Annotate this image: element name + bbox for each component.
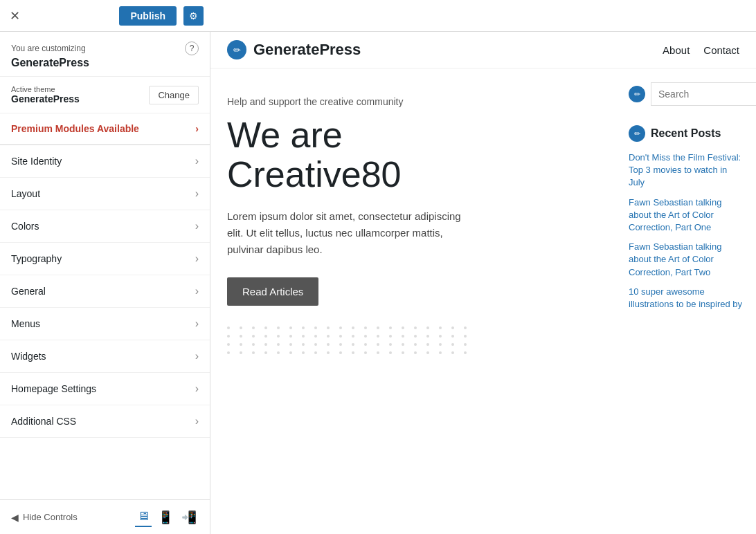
decorative-dot [352,326,354,329]
recent-posts-title: Recent Posts [651,127,721,140]
nav-item-label: General [11,286,46,297]
decorative-dot [451,351,454,354]
sidebar-nav-item[interactable]: Widgets› [0,340,210,373]
close-button[interactable]: ✕ [7,6,23,26]
decorative-dot [414,343,417,346]
nav-item-label: Layout [11,188,40,199]
decorative-dot [327,351,330,354]
decorative-dot [464,326,467,329]
decorative-dot [402,335,404,338]
decorative-dot [289,343,292,346]
decorative-dot [426,335,429,338]
widget-area: ✏ 🔍 ✏ Recent Posts Don't Miss the Film F… [618,68,756,382]
decorative-dot [377,326,379,329]
decorative-dot [339,335,342,338]
recent-post-link[interactable]: Fawn Sebastian talking about the Art of … [629,196,745,234]
decorative-dot [339,343,342,346]
decorative-dot [314,343,317,346]
sidebar-nav-item[interactable]: Menus› [0,308,210,340]
recent-posts-list: Don't Miss the Film Festival: Top 3 movi… [629,151,745,311]
sidebar-nav-item[interactable]: Additional CSS› [0,405,210,438]
site-header: ✏ GeneratePress About Contact [210,32,756,68]
recent-posts-edit-icon[interactable]: ✏ [629,125,645,142]
sidebar-nav-item[interactable]: Layout› [0,178,210,210]
decorative-dot [302,351,305,354]
chevron-right-icon: › [195,252,199,265]
recent-post-link[interactable]: Don't Miss the Film Festival: Top 3 movi… [629,151,745,190]
decorative-dot [277,351,280,354]
sidebar-header: You are customizing ? GeneratePress [0,32,210,77]
chevron-right-icon: › [195,350,199,362]
decorative-dot [414,335,417,338]
decorative-dot [227,343,230,346]
premium-modules-item[interactable]: Premium Modules Available › [0,113,210,145]
read-articles-button[interactable]: Read Articles [227,277,318,306]
nav-item-label: Colors [11,221,39,232]
sidebar-nav-item[interactable]: Typography› [0,243,210,275]
chevron-right-icon: › [195,155,199,167]
decorative-dot [402,351,404,354]
hero-body: Lorem ipsum dolor sit amet, consectetur … [227,208,462,258]
decorative-dot [227,335,230,338]
desktop-view-button[interactable]: 🖥 [135,507,152,527]
decorative-dot [289,351,292,354]
decorative-dot [264,326,267,329]
decorative-dot [389,343,392,346]
decorative-dot [464,351,467,354]
recent-post-link[interactable]: Fawn Sebastian talking about the Art of … [629,241,745,279]
decorative-dot [252,343,255,346]
sidebar-nav-item[interactable]: Site Identity› [0,145,210,178]
decorative-dot [264,351,267,354]
customizing-label: You are customizing ? [11,42,199,55]
main-layout: You are customizing ? GeneratePress Acti… [0,32,756,534]
decorative-dot [302,343,305,346]
decorative-dot [314,326,317,329]
decorative-dot [339,351,342,354]
search-input[interactable] [651,82,756,106]
tablet-view-button[interactable]: 📱 [156,507,175,527]
nav-item-label: Typography [11,253,62,264]
recent-posts-header: ✏ Recent Posts [629,125,745,142]
decorative-dot [252,335,255,338]
dot-pattern [227,326,601,354]
help-icon[interactable]: ? [185,42,199,55]
site-nav: About Contact [663,44,739,56]
decorative-dot [389,351,392,354]
hero-title: We are Creative80 [227,116,601,194]
nav-item-label: Homepage Settings [11,383,96,394]
change-theme-button[interactable]: Change [149,86,199,104]
hide-controls-label: Hide Controls [23,512,78,522]
main-content: Help and support the creative community … [210,68,618,382]
nav-item-label: Site Identity [11,156,62,167]
hero-subtitle: Help and support the creative community [227,96,601,107]
decorative-dot [327,343,330,346]
sidebar-nav-item[interactable]: Homepage Settings› [0,373,210,405]
recent-post-item: Don't Miss the Film Festival: Top 3 movi… [629,151,745,190]
gear-button[interactable]: ⚙ [183,6,204,26]
decorative-dot [439,351,442,354]
decorative-dot [402,326,404,329]
decorative-dot [227,326,230,329]
decorative-dot [252,326,255,329]
decorative-dot [327,335,330,338]
publish-button[interactable]: Publish [119,6,177,26]
decorative-dot [264,343,267,346]
site-logo-name: GeneratePress [253,41,361,59]
mobile-view-button[interactable]: 📲 [179,507,199,527]
logo-edit-button[interactable]: ✏ [227,40,246,59]
premium-modules-label: Premium Modules Available [11,123,139,134]
hide-controls-button[interactable]: ◀ Hide Controls [11,512,78,523]
decorative-dot [439,335,442,338]
nav-link-contact[interactable]: Contact [703,44,739,56]
decorative-dot [240,343,242,346]
hero-title-line2: Creative80 [227,154,401,194]
search-widget-edit-icon[interactable]: ✏ [629,86,645,102]
decorative-dot [302,326,305,329]
decorative-dot [451,343,454,346]
decorative-dot [377,335,379,338]
decorative-dot [364,351,367,354]
recent-post-link[interactable]: 10 super awesome illustrations to be ins… [629,286,745,311]
sidebar-nav-item[interactable]: Colors› [0,210,210,243]
nav-link-about[interactable]: About [663,44,690,56]
sidebar-nav-item[interactable]: General› [0,275,210,308]
